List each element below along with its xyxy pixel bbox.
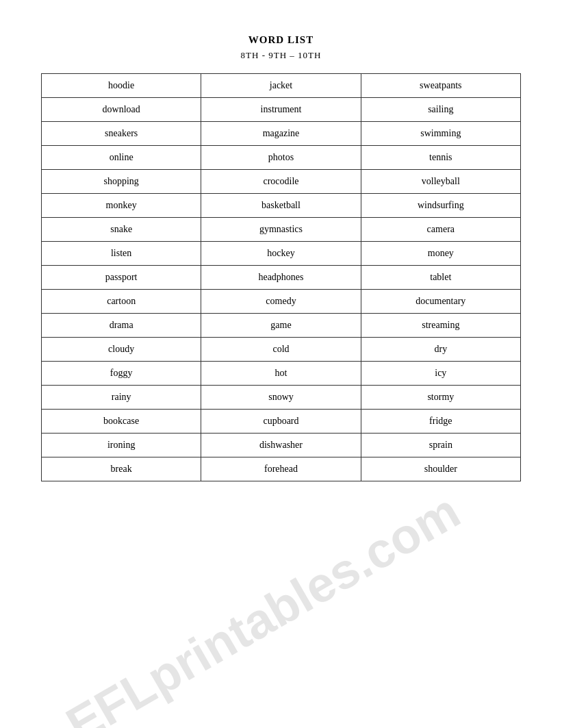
- page-subtitle: 8TH - 9TH – 10TH: [41, 50, 521, 61]
- table-cell: stormy: [361, 386, 520, 410]
- table-cell: swimming: [361, 122, 520, 146]
- watermark: EFLprintables.com: [57, 482, 469, 728]
- table-row: hoodiejacketsweatpants: [42, 74, 521, 98]
- table-cell: listen: [42, 242, 201, 266]
- table-cell: dry: [361, 338, 520, 362]
- table-cell: hoodie: [42, 74, 201, 98]
- table-cell: magazine: [201, 122, 361, 146]
- table-row: ironingdishwashersprain: [42, 434, 521, 457]
- table-cell: sneakers: [42, 122, 201, 146]
- table-cell: drama: [42, 314, 201, 338]
- table-cell: snowy: [201, 386, 361, 410]
- table-cell: tablet: [361, 266, 520, 290]
- table-row: dramagamestreaming: [42, 314, 521, 338]
- table-row: listenhockeymoney: [42, 242, 521, 266]
- table-cell: camera: [361, 218, 520, 242]
- table-cell: jacket: [201, 74, 361, 98]
- table-row: downloadinstrumentsailing: [42, 98, 521, 122]
- table-cell: money: [361, 242, 520, 266]
- table-cell: icy: [361, 362, 520, 386]
- table-row: shoppingcrocodilevolleyball: [42, 170, 521, 194]
- table-cell: online: [42, 146, 201, 170]
- table-cell: cupboard: [201, 410, 361, 434]
- table-row: monkeybasketballwindsurfing: [42, 194, 521, 218]
- table-cell: shoulder: [361, 457, 520, 481]
- table-cell: photos: [201, 146, 361, 170]
- table-cell: sweatpants: [361, 74, 520, 98]
- table-cell: ironing: [42, 434, 201, 457]
- table-cell: streaming: [361, 314, 520, 338]
- table-cell: cloudy: [42, 338, 201, 362]
- table-cell: snake: [42, 218, 201, 242]
- table-cell: hockey: [201, 242, 361, 266]
- table-cell: monkey: [42, 194, 201, 218]
- table-cell: dishwasher: [201, 434, 361, 457]
- table-cell: download: [42, 98, 201, 122]
- table-cell: shopping: [42, 170, 201, 194]
- table-row: sneakersmagazineswimming: [42, 122, 521, 146]
- table-row: passportheadphonestablet: [42, 266, 521, 290]
- table-cell: tennis: [361, 146, 520, 170]
- table-cell: forehead: [201, 457, 361, 481]
- table-cell: bookcase: [42, 410, 201, 434]
- table-cell: hot: [201, 362, 361, 386]
- table-cell: break: [42, 457, 201, 481]
- table-cell: headphones: [201, 266, 361, 290]
- table-cell: sailing: [361, 98, 520, 122]
- table-row: onlinephotostennis: [42, 146, 521, 170]
- table-cell: sprain: [361, 434, 520, 457]
- table-row: foggyhoticy: [42, 362, 521, 386]
- table-cell: instrument: [201, 98, 361, 122]
- table-cell: fridge: [361, 410, 520, 434]
- table-cell: rainy: [42, 386, 201, 410]
- table-cell: comedy: [201, 290, 361, 314]
- table-cell: crocodile: [201, 170, 361, 194]
- word-table: hoodiejacketsweatpantsdownloadinstrument…: [41, 73, 521, 481]
- table-cell: cold: [201, 338, 361, 362]
- table-row: bookcasecupboardfridge: [42, 410, 521, 434]
- table-cell: gymnastics: [201, 218, 361, 242]
- table-cell: cartoon: [42, 290, 201, 314]
- table-row: rainysnowystormy: [42, 386, 521, 410]
- table-cell: foggy: [42, 362, 201, 386]
- page-title: WORD LIST: [41, 34, 521, 46]
- table-cell: basketball: [201, 194, 361, 218]
- table-row: cartooncomedydocumentary: [42, 290, 521, 314]
- table-cell: passport: [42, 266, 201, 290]
- table-cell: windsurfing: [361, 194, 520, 218]
- table-cell: game: [201, 314, 361, 338]
- page: WORD LIST 8TH - 9TH – 10TH hoodiejackets…: [0, 0, 562, 728]
- table-cell: volleyball: [361, 170, 520, 194]
- table-row: snakegymnasticscamera: [42, 218, 521, 242]
- table-row: cloudycolddry: [42, 338, 521, 362]
- table-row: breakforeheadshoulder: [42, 457, 521, 481]
- table-cell: documentary: [361, 290, 520, 314]
